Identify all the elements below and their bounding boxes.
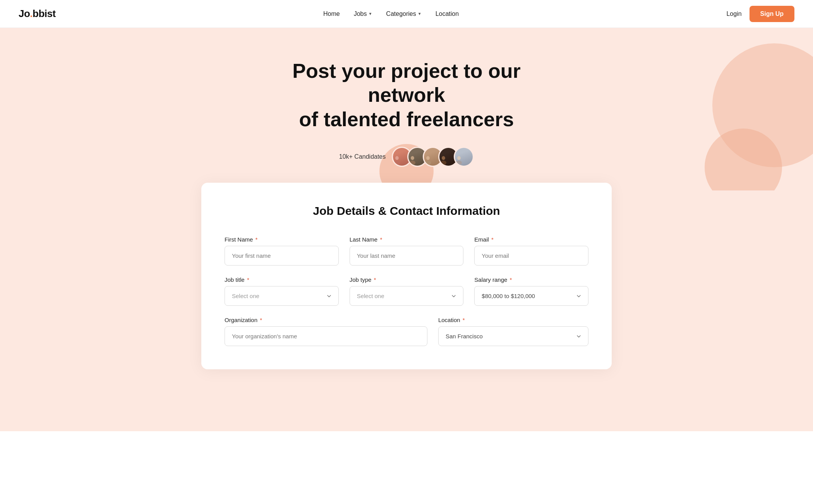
job-type-group: Job type * Select one Full-time Part-tim… xyxy=(350,276,464,306)
svg-point-1 xyxy=(394,161,400,165)
svg-point-3 xyxy=(410,161,415,165)
location-label: Location * xyxy=(438,317,588,323)
svg-point-2 xyxy=(411,156,414,160)
svg-point-0 xyxy=(395,156,399,160)
last-name-label: Last Name * xyxy=(350,236,464,243)
hero-headline: Post your project to our network of tale… xyxy=(267,59,546,131)
first-name-group: First Name * xyxy=(225,236,339,266)
svg-point-6 xyxy=(442,156,445,160)
hero-section: Post your project to our network of tale… xyxy=(0,28,813,190)
jobs-dropdown-icon: ▼ xyxy=(368,12,372,16)
organization-input[interactable] xyxy=(225,326,427,346)
organization-group: Organization * xyxy=(225,317,427,346)
form-row-2: Job title * Select one Software Engineer… xyxy=(225,276,588,306)
job-title-label: Job title * xyxy=(225,276,339,283)
job-type-required: * xyxy=(374,276,376,283)
nav-jobs[interactable]: Jobs ▼ xyxy=(354,10,372,17)
salary-required: * xyxy=(510,276,512,283)
form-title: Job Details & Contact Information xyxy=(225,204,588,218)
first-name-required: * xyxy=(256,236,258,243)
location-select[interactable]: San Francisco New York Los Angeles Remot… xyxy=(438,326,588,346)
signup-button[interactable]: Sign Up xyxy=(750,6,794,22)
org-required: * xyxy=(260,317,262,323)
job-title-select[interactable]: Select one Software Engineer Designer Pr… xyxy=(225,286,339,306)
svg-point-5 xyxy=(425,161,431,165)
candidates-label: 10k+ Candidates xyxy=(339,153,386,160)
email-input[interactable] xyxy=(474,246,588,266)
nav-auth: Login Sign Up xyxy=(726,6,794,22)
job-type-label: Job type * xyxy=(350,276,464,283)
svg-point-4 xyxy=(426,156,430,160)
last-name-required: * xyxy=(380,236,382,243)
nav-location[interactable]: Location xyxy=(436,10,459,17)
last-name-input[interactable] xyxy=(350,246,464,266)
email-group: Email * xyxy=(474,236,588,266)
job-title-required: * xyxy=(247,276,249,283)
brand-logo[interactable]: Jo.bbist xyxy=(19,8,56,20)
nav-home[interactable]: Home xyxy=(323,10,340,17)
location-required: * xyxy=(463,317,465,323)
job-type-select[interactable]: Select one Full-time Part-time Contract xyxy=(350,286,464,306)
email-required: * xyxy=(491,236,494,243)
nav-categories[interactable]: Categories ▼ xyxy=(386,10,421,17)
salary-range-label: Salary range * xyxy=(474,276,588,283)
job-form: Job Details & Contact Information First … xyxy=(201,183,612,369)
email-label: Email * xyxy=(474,236,588,243)
first-name-label: First Name * xyxy=(225,236,339,243)
location-group: Location * San Francisco New York Los An… xyxy=(438,317,588,346)
svg-point-9 xyxy=(456,161,462,165)
last-name-group: Last Name * xyxy=(350,236,464,266)
logo-text: Jo.bbist xyxy=(19,8,56,19)
salary-range-group: Salary range * $80,000 to $120,000 $40,0… xyxy=(474,276,588,306)
login-button[interactable]: Login xyxy=(726,10,741,17)
salary-range-select[interactable]: $80,000 to $120,000 $40,000 to $80,000 $… xyxy=(474,286,588,306)
navbar: Jo.bbist Home Jobs ▼ Categories ▼ Locati… xyxy=(0,0,813,28)
svg-point-7 xyxy=(441,161,446,165)
candidate-avatars xyxy=(392,147,474,167)
avatar-5 xyxy=(454,147,474,167)
nav-links: Home Jobs ▼ Categories ▼ Location xyxy=(323,10,459,17)
svg-point-8 xyxy=(457,156,461,160)
job-title-group: Job title * Select one Software Engineer… xyxy=(225,276,339,306)
organization-label: Organization * xyxy=(225,317,427,323)
form-row-3: Organization * Location * San Francisco … xyxy=(225,317,588,346)
first-name-input[interactable] xyxy=(225,246,339,266)
form-row-1: First Name * Last Name * Email * xyxy=(225,236,588,266)
categories-dropdown-icon: ▼ xyxy=(418,12,422,16)
